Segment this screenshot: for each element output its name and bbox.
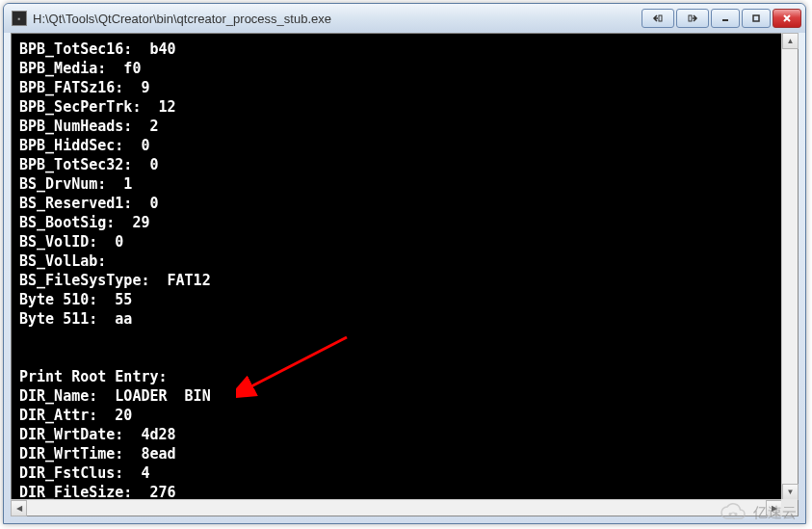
horizontal-scrollbar[interactable]: ◀ ▶ — [11, 499, 782, 516]
console-line: BS_BootSig: 29 — [19, 213, 790, 232]
titlebar[interactable]: ▪ H:\Qt\Tools\QtCreator\bin\qtcreator_pr… — [4, 4, 805, 33]
console-line: DIR_Attr: 20 — [19, 406, 790, 425]
console-line: Byte 511: aa — [19, 309, 790, 329]
console-line: BS_DrvNum: 1 — [19, 174, 790, 194]
svg-rect-1 — [689, 15, 692, 21]
console-line — [19, 348, 790, 367]
next-button[interactable] — [676, 9, 709, 28]
console-line: BS_VolID: 0 — [19, 232, 790, 251]
scroll-left-button[interactable]: ◀ — [11, 500, 27, 516]
console-line: DIR_WrtDate: 4d28 — [19, 425, 790, 444]
maximize-button[interactable] — [742, 9, 771, 28]
console-line: BPB_HiddSec: 0 — [19, 136, 790, 155]
watermark-text: 亿速云 — [753, 504, 797, 522]
console-line: BPB_NumHeads: 2 — [19, 117, 790, 136]
console-line: BPB_TotSec32: 0 — [19, 155, 790, 174]
minimize-button[interactable] — [711, 9, 740, 28]
console-line: BPB_Media: f0 — [19, 59, 790, 78]
console-line: BS_VolLab: — [19, 251, 790, 271]
console-line: DIR_Name: LOADER BIN — [19, 386, 790, 406]
console-line: Print Root Entry: — [19, 367, 790, 386]
console-line: BPB_SecPerTrk: 12 — [19, 97, 790, 117]
console-line: BPB_TotSec16: b40 — [19, 40, 790, 59]
window-controls — [642, 9, 801, 28]
app-icon: ▪ — [12, 11, 27, 26]
prev-button[interactable] — [642, 9, 674, 28]
window-title: H:\Qt\Tools\QtCreator\bin\qtcreator_proc… — [33, 12, 642, 26]
console-output: BPB_TotSec16: b40BPB_Media: f0BPB_FATSz1… — [11, 33, 799, 516]
console-line: BS_FileSysType: FAT12 — [19, 271, 790, 290]
close-button[interactable] — [773, 9, 801, 28]
svg-rect-3 — [753, 15, 759, 21]
scroll-down-button[interactable]: ▼ — [782, 484, 799, 500]
scroll-up-button[interactable]: ▲ — [782, 33, 799, 49]
console-line: DIR_WrtTime: 8ead — [19, 444, 790, 463]
console-line: BPB_FATSz16: 9 — [19, 78, 790, 97]
console-line — [19, 329, 790, 348]
vertical-scrollbar[interactable]: ▲ ▼ — [781, 33, 798, 500]
svg-rect-0 — [659, 15, 662, 21]
watermark: 亿速云 — [719, 502, 797, 523]
console-line: Byte 510: 55 — [19, 290, 790, 309]
console-line: DIR_FstClus: 4 — [19, 463, 790, 483]
console-window: ▪ H:\Qt\Tools\QtCreator\bin\qtcreator_pr… — [3, 3, 806, 524]
watermark-logo-icon — [719, 502, 747, 523]
console-line: BS_Reserved1: 0 — [19, 194, 790, 213]
